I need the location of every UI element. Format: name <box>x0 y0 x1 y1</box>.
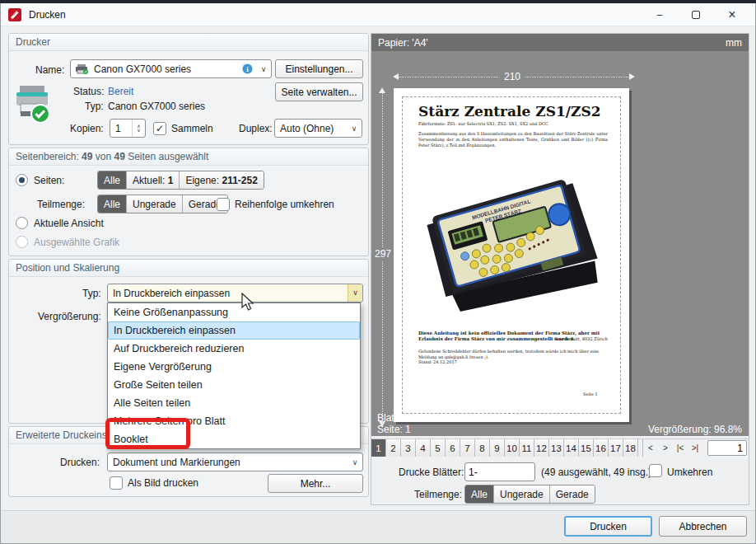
manage-page-button[interactable]: Seite verwalten... <box>275 82 363 101</box>
close-button[interactable]: × <box>714 3 750 26</box>
doc-intro-paragraph: Zusammenfassung aus den 3 Hausanleitunge… <box>418 131 608 148</box>
pages-radio[interactable] <box>16 174 28 186</box>
chevron-down-icon: ∨ <box>348 458 362 467</box>
range-custom-label: Eigene: <box>185 175 219 186</box>
reverse-order-checkbox[interactable] <box>217 198 230 211</box>
reverse-order-label: Reihenfolge umkehren <box>235 199 334 210</box>
selection-info: (49 ausgewählt, 49 insg.) <box>541 467 651 478</box>
doc-author: Gian-A. Bott, 8032 Zürich <box>517 336 608 341</box>
collate-checkbox[interactable]: ✓ <box>153 122 166 135</box>
page-button-9[interactable]: 9 <box>490 439 505 457</box>
page-button-3[interactable]: 3 <box>401 439 416 457</box>
settings-button-label: Einstellungen... <box>285 63 352 75</box>
printer-name-combo[interactable]: Canon GX7000 series i ∨ <box>70 59 272 78</box>
page-button-14[interactable]: 14 <box>564 439 579 457</box>
preview-subset-all-button[interactable]: Alle <box>465 485 493 503</box>
dropdown-option-auf-druckbereich-reduzieren[interactable]: Auf Druckbereich reduzieren <box>108 340 360 358</box>
dropdown-option-grosse-seiten-teilen[interactable]: Große Seiten teilen <box>108 376 360 394</box>
minimize-button[interactable]: – <box>642 3 678 26</box>
status-value: Bereit <box>108 86 133 97</box>
collate-label: Sammeln <box>171 123 213 134</box>
printer-name-label: Name: <box>35 64 64 76</box>
scale-type-label: Typ: <box>82 288 101 299</box>
maximize-button[interactable] <box>678 3 714 26</box>
nav-first-button[interactable]: |< <box>673 439 688 457</box>
reverse-checkbox[interactable] <box>649 464 662 477</box>
cancel-button-label: Abbrechen <box>679 521 726 532</box>
page-button-18[interactable]: 18 <box>623 439 638 457</box>
mouse-cursor <box>240 293 255 312</box>
selected-graphic-label: Ausgewählte Grafik <box>34 237 119 248</box>
page-number-input[interactable] <box>707 440 747 456</box>
range-current-button[interactable]: Aktuell: 1 <box>126 171 179 189</box>
print-what-combo[interactable]: Dokument und Markierungen ∨ <box>107 453 363 471</box>
more-button[interactable]: Mehr... <box>268 474 363 493</box>
page-button-16[interactable]: 16 <box>594 439 609 457</box>
height-ruler-value: 297 <box>373 247 393 260</box>
close-icon: × <box>728 7 735 22</box>
page-button-12[interactable]: 12 <box>534 439 549 457</box>
page-button-10[interactable]: 10 <box>505 439 520 457</box>
page-button-7[interactable]: 7 <box>460 439 475 457</box>
checkmark-icon: ✓ <box>156 123 164 134</box>
range-all-button[interactable]: Alle <box>98 171 126 189</box>
settings-button[interactable]: Einstellungen... <box>275 59 363 78</box>
preview-panel: Papier: 'A4' mm 210 297 Stärz Zentrale Z… <box>371 33 749 505</box>
scale-type-combo[interactable]: In Druckbereich einpassen ∨ <box>107 284 363 302</box>
range-all-label: Alle <box>104 175 120 186</box>
page-range-header: Seitenbereich: 49 von 49 Seiten ausgewäh… <box>9 148 368 166</box>
dropdown-option-alle-seiten-teilen[interactable]: Alle Seiten teilen <box>108 394 360 412</box>
page-preview: Stärz Zentrale ZS1/ZS2 Fahrformate: ZS1:… <box>394 88 629 422</box>
page-button-6[interactable]: 6 <box>446 439 460 457</box>
print-button[interactable]: Drucken <box>564 516 652 537</box>
nav-last-button[interactable]: >| <box>688 439 702 457</box>
preview-subset-even-button[interactable]: Gerade <box>549 485 595 503</box>
copies-stepper[interactable]: 1 ∧∨ <box>110 119 146 138</box>
duplex-combo[interactable]: Auto (Ohne) ∨ <box>274 119 362 138</box>
print-what-value: Dokument und Markierungen <box>108 457 348 468</box>
preview-subset-even-label: Gerade <box>556 489 589 500</box>
dropdown-option-eigene-vergroesserung[interactable]: Eigene Vergrößerung <box>108 358 360 376</box>
page-button-17[interactable]: 17 <box>609 439 623 457</box>
nav-next-button[interactable]: > <box>658 439 673 457</box>
page-button-8[interactable]: 8 <box>475 439 490 457</box>
duplex-value: Auto (Ohne) <box>275 123 347 134</box>
page-button-15[interactable]: 15 <box>579 439 594 457</box>
chevron-down-icon: ∨ <box>256 65 271 73</box>
print-sheets-input[interactable] <box>465 467 534 478</box>
type-value: Canon GX7000 series <box>108 101 205 112</box>
doc-title: Stärz Zentrale ZS1/ZS2 <box>418 103 601 120</box>
stepper-arrows-icon[interactable]: ∧∨ <box>132 120 145 137</box>
reverse-label: Umkehren <box>667 467 712 478</box>
dropdown-option-keine-groessenanpassung[interactable]: Keine Größenanpassung <box>108 303 360 321</box>
range-custom-button[interactable]: Eigene: 211-252 <box>179 171 263 189</box>
window-title: Drucken <box>29 9 66 21</box>
page-button-2[interactable]: 2 <box>386 439 401 457</box>
page-button-5[interactable]: 5 <box>431 439 446 457</box>
nav-prev-button[interactable]: < <box>643 439 658 457</box>
cancel-button[interactable]: Abbrechen <box>659 516 747 537</box>
print-what-label: Drucken: <box>60 457 100 468</box>
preview-subset-odd-label: Ungerade <box>500 489 544 500</box>
paper-format-label: Papier: 'A4' <box>378 37 726 49</box>
subset-odd-button[interactable]: Ungerade <box>126 195 182 213</box>
maximize-icon <box>692 11 700 19</box>
selected-graphic-radio <box>16 236 28 248</box>
ruler-arrow-up-icon <box>379 87 385 93</box>
page-button-13[interactable]: 13 <box>549 439 564 457</box>
page-button-11[interactable]: 11 <box>520 439 534 457</box>
print-sheets-label: Drucke Blätter: <box>399 467 464 478</box>
dropdown-option-in-druckbereich-einpassen[interactable]: In Druckbereich einpassen <box>108 321 360 340</box>
subset-all-button[interactable]: Alle <box>98 195 126 213</box>
page-button-4[interactable]: 4 <box>416 439 431 457</box>
preview-subset-odd-button[interactable]: Ungerade <box>493 485 549 503</box>
units-label: mm <box>726 37 742 49</box>
doc-subtitle: Fahrformate: ZS1: nur Selectrix SX1; ZS2… <box>418 121 548 126</box>
info-icon[interactable]: i <box>242 63 253 74</box>
page-button-1[interactable]: 1 <box>371 439 386 457</box>
page-counter: Seite: 1 <box>377 424 411 435</box>
current-view-radio[interactable] <box>16 217 28 229</box>
copies-value: 1 <box>110 120 132 137</box>
page-range-von: von <box>96 151 111 162</box>
print-as-image-checkbox[interactable] <box>110 476 123 490</box>
